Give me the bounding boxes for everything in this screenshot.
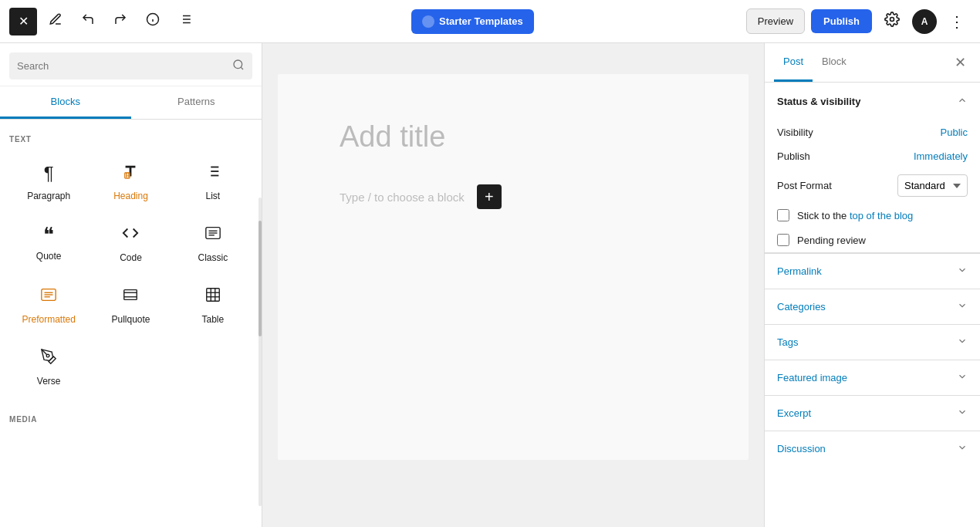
editor-canvas[interactable]: Add title Type / to choose a block + xyxy=(278,74,749,460)
verse-icon xyxy=(40,348,57,370)
tags-label: Tags xyxy=(777,336,798,348)
settings-button[interactable] xyxy=(878,8,906,35)
starter-templates-button[interactable]: Starter Templates xyxy=(411,9,534,34)
discussion-label: Discussion xyxy=(777,443,826,454)
starter-templates-label: Starter Templates xyxy=(439,15,523,27)
paragraph-label: Paragraph xyxy=(27,191,70,201)
table-icon xyxy=(204,286,221,308)
close-button[interactable]: ✕ xyxy=(9,8,37,35)
visibility-row: Visibility Public xyxy=(777,120,968,144)
svg-point-37 xyxy=(46,354,49,357)
redo-button[interactable] xyxy=(106,8,134,35)
svg-point-9 xyxy=(890,18,894,22)
stick-to-top-row: Stick to the top of the blog xyxy=(777,203,968,228)
list-view-icon xyxy=(178,12,192,30)
svg-line-11 xyxy=(241,67,243,69)
more-icon: ⋮ xyxy=(949,12,965,31)
permalink-label: Permalink xyxy=(777,265,822,277)
block-verse[interactable]: Verse xyxy=(9,338,88,397)
close-sidebar-icon: ✕ xyxy=(955,54,966,71)
stick-to-top-checkbox[interactable] xyxy=(777,209,789,221)
gear-icon xyxy=(884,12,900,31)
preformatted-icon xyxy=(40,286,57,308)
plus-icon: + xyxy=(485,188,494,206)
block-pullquote[interactable]: Pullquote xyxy=(91,276,170,335)
list-label: List xyxy=(205,191,220,201)
block-heading[interactable]: H Heading xyxy=(91,153,170,211)
astra-icon: A xyxy=(921,16,928,27)
search-input[interactable] xyxy=(17,60,226,72)
tags-section[interactable]: Tags xyxy=(765,324,980,360)
close-sidebar-button[interactable]: ✕ xyxy=(949,52,971,73)
preview-button[interactable]: Preview xyxy=(746,8,805,34)
add-title-placeholder[interactable]: Add title xyxy=(340,120,687,154)
list-view-button[interactable] xyxy=(171,8,199,35)
pen-button[interactable] xyxy=(42,8,69,35)
tab-post[interactable]: Post xyxy=(774,43,813,82)
add-block-button[interactable]: + xyxy=(477,184,502,209)
search-input-wrap[interactable] xyxy=(9,52,252,79)
toolbar: ✕ Sta xyxy=(0,0,980,43)
text-blocks-grid: ¶ Paragraph H Heading List ❝ xyxy=(9,153,252,397)
status-visibility-header[interactable]: Status & visibility xyxy=(777,83,968,120)
quote-icon: ❝ xyxy=(43,225,54,245)
table-label: Table xyxy=(201,314,224,325)
astra-button[interactable]: A xyxy=(912,9,937,34)
tags-chevron-icon xyxy=(957,336,968,349)
categories-label: Categories xyxy=(777,301,826,312)
block-table[interactable]: Table xyxy=(174,276,252,335)
right-sidebar: Post Block ✕ Status & visibility Visibil… xyxy=(764,43,980,527)
type-block-placeholder: Type / to choose a block xyxy=(340,191,465,204)
featured-image-section[interactable]: Featured image xyxy=(765,360,980,395)
block-quote[interactable]: ❝ Quote xyxy=(9,215,88,273)
stick-to-top-label[interactable]: Stick to the top of the blog xyxy=(797,210,913,221)
undo-button[interactable] xyxy=(74,8,102,35)
heading-icon: H xyxy=(122,163,139,184)
block-code[interactable]: Code xyxy=(91,215,170,273)
right-tabs-row: Post Block ✕ xyxy=(765,43,980,83)
tab-patterns[interactable]: Patterns xyxy=(131,86,262,119)
pending-review-label[interactable]: Pending review xyxy=(797,235,866,246)
block-preformatted[interactable]: Preformatted xyxy=(9,276,88,335)
discussion-section[interactable]: Discussion xyxy=(765,431,980,466)
post-format-select[interactable]: Standard Aside Chat Gallery Link Image Q… xyxy=(897,174,968,197)
redo-icon xyxy=(113,12,127,30)
block-paragraph[interactable]: ¶ Paragraph xyxy=(9,153,88,211)
pullquote-label: Pullquote xyxy=(111,314,150,325)
featured-image-chevron-icon xyxy=(957,371,968,384)
tab-block[interactable]: Block xyxy=(813,43,856,82)
type-block-row: Type / to choose a block + xyxy=(340,184,687,209)
status-visibility-title: Status & visibility xyxy=(777,96,860,107)
more-options-button[interactable]: ⋮ xyxy=(943,8,971,35)
search-icon xyxy=(232,59,245,73)
permalink-section[interactable]: Permalink xyxy=(765,253,980,289)
publish-button[interactable]: Publish xyxy=(811,9,872,33)
tab-blocks[interactable]: Blocks xyxy=(0,86,131,119)
pen-icon xyxy=(49,12,63,30)
undo-icon xyxy=(81,12,95,30)
block-list[interactable]: List xyxy=(174,153,252,211)
scrollbar[interactable] xyxy=(259,198,262,506)
preview-label: Preview xyxy=(758,15,793,27)
heading-label: Heading xyxy=(113,191,148,201)
paragraph-icon: ¶ xyxy=(44,163,54,184)
main-layout: Blocks Patterns TEXT ¶ Paragraph H Headi… xyxy=(0,43,980,527)
info-button[interactable] xyxy=(139,8,167,35)
excerpt-section[interactable]: Excerpt xyxy=(765,395,980,431)
pending-review-row: Pending review xyxy=(777,228,968,252)
post-format-row: Post Format Standard Aside Chat Gallery … xyxy=(777,168,968,203)
scrollbar-thumb xyxy=(259,221,262,336)
text-section-label: TEXT xyxy=(9,129,252,153)
svg-rect-29 xyxy=(124,290,137,300)
discussion-chevron-icon xyxy=(957,442,968,455)
categories-section[interactable]: Categories xyxy=(765,289,980,324)
publish-timing-value[interactable]: Immediately xyxy=(914,150,968,162)
pending-review-checkbox[interactable] xyxy=(777,234,789,246)
visibility-value[interactable]: Public xyxy=(941,127,968,138)
classic-icon xyxy=(204,225,221,246)
svg-rect-32 xyxy=(207,289,220,302)
block-classic[interactable]: Classic xyxy=(174,215,252,273)
svg-point-10 xyxy=(234,60,242,69)
excerpt-label: Excerpt xyxy=(777,407,811,419)
editor-area[interactable]: Add title Type / to choose a block + xyxy=(262,43,764,527)
